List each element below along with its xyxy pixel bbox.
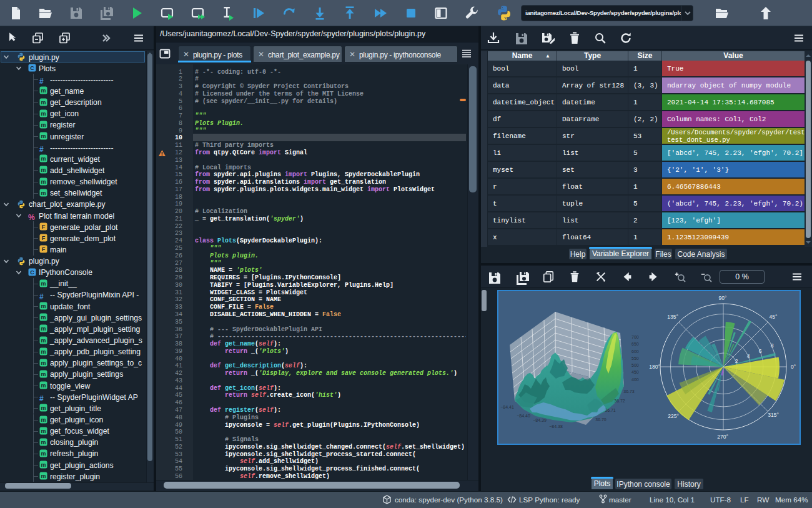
svg-text:45°: 45° xyxy=(770,314,778,320)
svg-text:F: F xyxy=(42,235,46,241)
svg-text:m: m xyxy=(41,348,46,354)
svg-text:m: m xyxy=(41,337,46,343)
svg-text:C: C xyxy=(30,269,34,275)
svg-text:m: m xyxy=(41,122,46,128)
svg-text:m: m xyxy=(41,382,46,389)
svg-text:400: 400 xyxy=(631,377,639,382)
svg-text:m: m xyxy=(41,416,46,422)
svg-text:F: F xyxy=(42,246,46,252)
svg-text:C: C xyxy=(30,65,34,71)
svg-text:−84.41: −84.41 xyxy=(500,405,514,409)
svg-text:F: F xyxy=(42,224,46,230)
svg-text:8: 8 xyxy=(771,342,774,349)
svg-text:m: m xyxy=(41,371,46,377)
svg-text:315°: 315° xyxy=(768,412,779,418)
svg-text:m: m xyxy=(41,189,46,196)
svg-text:m: m xyxy=(41,427,46,434)
svg-text:m: m xyxy=(41,110,46,116)
svg-text:m: m xyxy=(41,281,46,287)
svg-text:180°: 180° xyxy=(649,364,660,370)
svg-text:m: m xyxy=(41,99,46,105)
svg-text:270°: 270° xyxy=(717,434,728,440)
svg-text:m: m xyxy=(41,133,46,139)
svg-text:550: 550 xyxy=(631,356,639,361)
svg-text:700: 700 xyxy=(631,335,639,339)
svg-text:m: m xyxy=(41,314,46,321)
svg-text:m: m xyxy=(41,360,46,366)
svg-text:650: 650 xyxy=(631,342,639,346)
svg-text:m: m xyxy=(41,326,46,332)
svg-text:m: m xyxy=(41,462,46,468)
svg-text:m: m xyxy=(41,156,46,162)
svg-text:0°: 0° xyxy=(791,364,796,370)
svg-text:36.71: 36.71 xyxy=(605,408,616,412)
svg-text:m: m xyxy=(41,303,46,309)
svg-text:m: m xyxy=(41,178,46,184)
svg-text:2: 2 xyxy=(735,358,738,364)
svg-text:−84.38: −84.38 xyxy=(549,424,563,429)
svg-text:500: 500 xyxy=(631,363,639,367)
svg-text:m: m xyxy=(41,473,46,479)
svg-text:m: m xyxy=(41,439,46,446)
svg-text:6: 6 xyxy=(759,348,762,354)
svg-text:36.72: 36.72 xyxy=(614,399,625,403)
svg-text:36.73: 36.73 xyxy=(623,389,635,394)
svg-text:−84.39: −84.39 xyxy=(533,418,547,422)
svg-text:36.70: 36.70 xyxy=(595,417,607,422)
svg-text:450: 450 xyxy=(631,370,639,374)
svg-text:600: 600 xyxy=(631,349,639,354)
svg-text:90°: 90° xyxy=(719,295,727,301)
svg-text:−84.40: −84.40 xyxy=(517,414,530,418)
svg-text:4: 4 xyxy=(747,353,750,359)
svg-text:m: m xyxy=(41,167,46,173)
svg-text:m: m xyxy=(41,87,46,94)
svg-text:225°: 225° xyxy=(668,413,679,419)
svg-text:m: m xyxy=(41,405,46,411)
svg-text:m: m xyxy=(41,451,46,457)
svg-text:135°: 135° xyxy=(667,314,678,320)
